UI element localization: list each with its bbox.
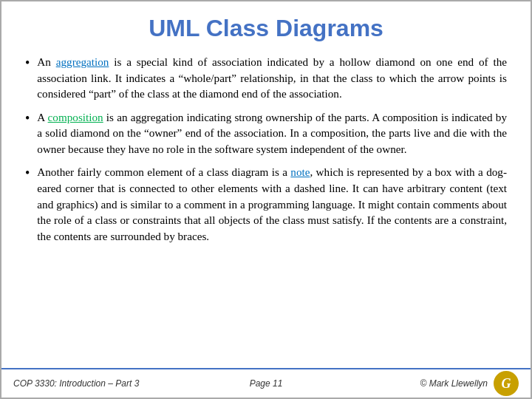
svg-text:G: G [502, 376, 511, 391]
slide-content: • An aggregation is a special kind of as… [1, 50, 531, 368]
bullet-note: • Another fairly common element of a cla… [25, 164, 507, 244]
bullet-dot-3: • [25, 165, 30, 182]
bullet-text-note: Another fairly common element of a class… [37, 164, 507, 244]
composition-term: composition [48, 111, 103, 123]
footer-page: Page 11 [182, 378, 350, 389]
footer-copyright-text: © Mark Llewellyn [420, 378, 488, 389]
logo-icon: G [494, 372, 518, 395]
slide: UML Class Diagrams • An aggregation is a… [0, 0, 532, 399]
bullet-text-composition: A composition is an aggregation indicati… [37, 109, 507, 157]
note-term: note [290, 166, 310, 178]
footer-course: COP 3330: Introduction – Part 3 [13, 378, 182, 389]
aggregation-term: aggregation [56, 55, 109, 68]
bullet-dot-2: • [25, 110, 30, 127]
slide-footer: COP 3330: Introduction – Part 3 Page 11 … [1, 368, 531, 398]
footer-copyright: © Mark Llewellyn G [350, 371, 519, 396]
bullet-text-aggregation: An aggregation is a special kind of asso… [37, 54, 507, 102]
bullet-composition: • A composition is an aggregation indica… [25, 109, 507, 157]
footer-logo: G [494, 371, 519, 396]
bullet-dot-1: • [25, 55, 30, 72]
bullet-aggregation: • An aggregation is a special kind of as… [25, 54, 507, 102]
slide-title: UML Class Diagrams [1, 1, 531, 50]
